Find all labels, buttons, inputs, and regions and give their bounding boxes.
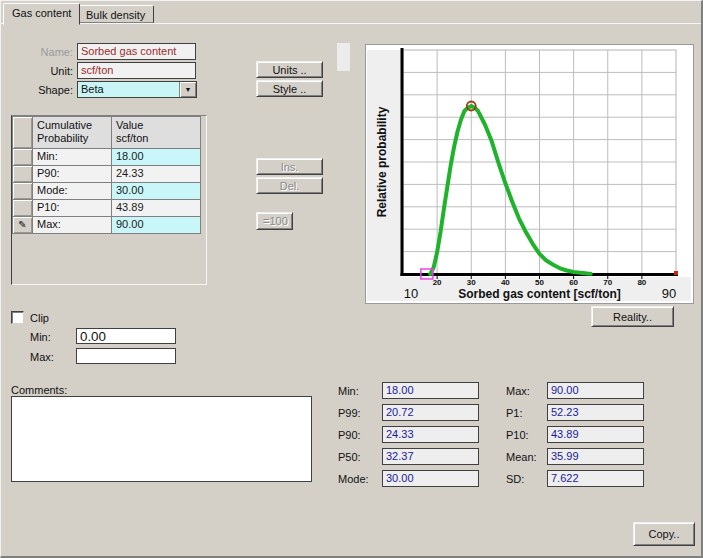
stat-p99-field: 20.72 bbox=[382, 404, 479, 421]
x-tick-label: 40 bbox=[501, 278, 510, 287]
insert-row-button[interactable]: Ins. bbox=[256, 158, 323, 175]
stat-label: Min: bbox=[338, 385, 359, 397]
stat-label: P1: bbox=[506, 407, 523, 419]
x-tick-label: 30 bbox=[467, 278, 476, 287]
chart-svg[interactable]: 203040506070801090Sorbed gas content [sc… bbox=[366, 45, 693, 303]
unit-label: Unit: bbox=[31, 65, 73, 77]
style-button[interactable]: Style .. bbox=[256, 80, 323, 97]
stat-label: P10: bbox=[506, 429, 529, 441]
row-selector[interactable] bbox=[12, 200, 33, 217]
table-row-value[interactable]: 24.33 bbox=[112, 166, 201, 183]
comments-label: Comments: bbox=[11, 384, 67, 396]
table-row-label: P90: bbox=[33, 166, 112, 183]
stat-mode-field: 30.00 bbox=[382, 470, 479, 487]
stat-p10-field: 43.89 bbox=[547, 426, 644, 443]
max-handle-marker[interactable] bbox=[674, 271, 678, 275]
resize-handle bbox=[337, 43, 350, 71]
stat-label: Mode: bbox=[338, 473, 369, 485]
clip-max-label: Max: bbox=[30, 351, 54, 363]
stat-p90-field: 24.33 bbox=[382, 426, 479, 443]
stat-mean-field: 35.99 bbox=[547, 448, 644, 465]
stat-label: P50: bbox=[338, 451, 361, 463]
copy-button[interactable]: Copy.. bbox=[633, 522, 695, 546]
probability-table: CumulativeProbability Valuescf/ton Min: … bbox=[11, 115, 207, 285]
normalize-100-button[interactable]: =100 bbox=[256, 212, 293, 230]
x-tick-label: 60 bbox=[569, 278, 578, 287]
x-axis-title: Sorbed gas content [scf/ton] bbox=[458, 287, 621, 301]
x-tick-label: 20 bbox=[433, 278, 442, 287]
shape-selected-value: Beta bbox=[81, 83, 104, 96]
comments-textarea[interactable] bbox=[11, 396, 312, 482]
table-row-value[interactable]: 43.89 bbox=[112, 200, 201, 217]
clip-label: Clip bbox=[30, 312, 49, 324]
column-header-probability: CumulativeProbability bbox=[33, 116, 112, 149]
row-selector[interactable] bbox=[12, 183, 33, 200]
stat-label: Mean: bbox=[506, 451, 537, 463]
table-row-label: Min: bbox=[33, 149, 112, 166]
stat-min-field: 18.00 bbox=[382, 382, 479, 399]
stat-p1-field: 52.23 bbox=[547, 404, 644, 421]
distribution-chart: 203040506070801090Sorbed gas content [sc… bbox=[365, 44, 694, 304]
x-min-label: 10 bbox=[404, 286, 418, 301]
table-row-value[interactable]: 90.00 bbox=[112, 217, 201, 234]
table-row-value[interactable]: 18.00 bbox=[112, 149, 201, 166]
reality-button[interactable]: Reality.. bbox=[591, 306, 674, 327]
distribution-editor-window: Gas content Bulk density Name: Sorbed ga… bbox=[0, 0, 703, 558]
clip-max-input[interactable] bbox=[76, 348, 176, 364]
column-header-value: Valuescf/ton bbox=[112, 116, 201, 149]
shape-dropdown[interactable]: Beta ▼ bbox=[77, 81, 197, 98]
clip-min-input[interactable] bbox=[76, 328, 176, 344]
tab-gas-content[interactable]: Gas content bbox=[3, 3, 80, 25]
pencil-icon[interactable]: ✎ bbox=[12, 217, 33, 234]
name-field[interactable]: Sorbed gas content bbox=[77, 43, 196, 60]
stat-label: P99: bbox=[338, 407, 361, 419]
stat-p50-field: 32.37 bbox=[382, 448, 479, 465]
shape-label: Shape: bbox=[31, 84, 73, 96]
clip-min-label: Min: bbox=[30, 331, 51, 343]
chevron-down-icon[interactable]: ▼ bbox=[179, 82, 196, 97]
tab-strip-divider bbox=[1, 23, 701, 24]
name-label: Name: bbox=[31, 46, 73, 58]
row-selector[interactable] bbox=[12, 166, 33, 183]
stat-label: SD: bbox=[506, 473, 524, 485]
table-row-label: P10: bbox=[33, 200, 112, 217]
x-tick-label: 50 bbox=[535, 278, 544, 287]
delete-row-button[interactable]: Del. bbox=[256, 177, 323, 194]
stat-label: Max: bbox=[506, 385, 530, 397]
stat-label: P90: bbox=[338, 429, 361, 441]
stat-max-field: 90.00 bbox=[547, 382, 644, 399]
clip-checkbox[interactable] bbox=[11, 311, 24, 324]
units-button[interactable]: Units .. bbox=[256, 61, 323, 78]
tab-bulk-density[interactable]: Bulk density bbox=[77, 5, 154, 23]
y-axis-title: Relative probability bbox=[375, 106, 389, 217]
row-selector[interactable] bbox=[12, 149, 33, 166]
x-max-label: 90 bbox=[662, 286, 676, 301]
row-selector-header bbox=[12, 116, 33, 149]
unit-field[interactable]: scf/ton bbox=[77, 62, 196, 79]
table-row-value[interactable]: 30.00 bbox=[112, 183, 201, 200]
stat-sd-field: 7.622 bbox=[547, 470, 644, 487]
table-row-label: Mode: bbox=[33, 183, 112, 200]
x-tick-label: 70 bbox=[603, 278, 612, 287]
x-tick-label: 80 bbox=[637, 278, 646, 287]
table-row-label: Max: bbox=[33, 217, 112, 234]
